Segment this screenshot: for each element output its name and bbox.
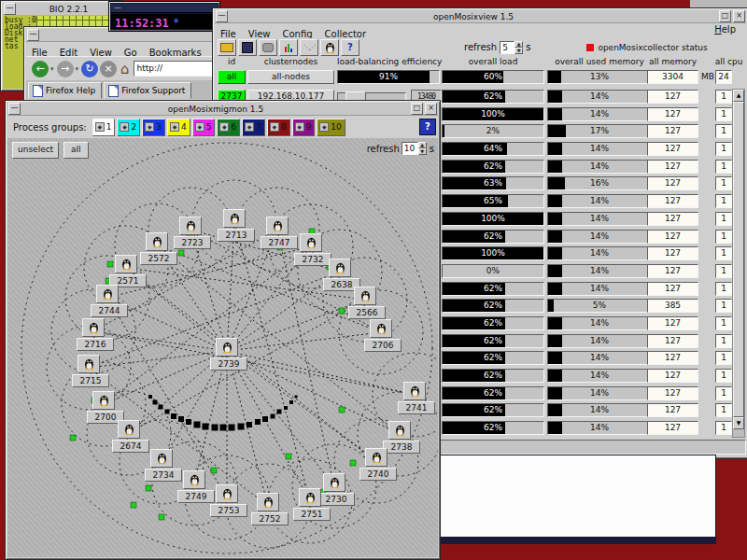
node-icon-2753[interactable] <box>216 484 238 503</box>
penguin-icon[interactable] <box>320 39 339 56</box>
process-group-button-7[interactable]: ◆7 <box>242 119 265 136</box>
node-icon-2572[interactable] <box>146 232 168 251</box>
menu-item-bookmarks[interactable]: Bookmarks <box>144 47 208 56</box>
scroll-thumb[interactable] <box>733 102 744 417</box>
save-icon[interactable] <box>238 39 257 56</box>
whatsthis-icon[interactable]: ? <box>419 119 436 135</box>
node-icon-2738[interactable] <box>388 421 411 440</box>
stop-icon[interactable]: × <box>100 61 117 77</box>
bio-titlebar[interactable]: — BIO 2.2.1 <box>3 3 120 16</box>
node-icon-2740[interactable] <box>365 448 388 467</box>
group-color-icon: ◆ <box>195 122 204 132</box>
menu-item-help[interactable]: Help <box>709 23 742 35</box>
open-folder-icon[interactable] <box>218 39 236 56</box>
node-icon-2638[interactable] <box>329 259 351 277</box>
menu-item-view[interactable]: View <box>84 47 119 56</box>
select-all-button[interactable]: all <box>63 142 89 159</box>
window-menu-icon[interactable]: — <box>8 103 21 115</box>
vertical-scrollbar[interactable]: ▲ ▼ <box>732 89 745 438</box>
node-icon-2723[interactable] <box>179 217 202 235</box>
tab-label: Firefox Help <box>46 86 95 95</box>
reload-icon[interactable]: ↻ <box>81 61 98 77</box>
scroll-down-icon[interactable]: ▼ <box>733 417 744 429</box>
node-icon-2730[interactable] <box>323 473 345 492</box>
node-name-button[interactable]: all-nodes <box>247 70 334 84</box>
whatsthis-icon[interactable]: ? <box>341 39 359 56</box>
forward-icon[interactable]: → <box>57 61 74 77</box>
refresh-spinner[interactable]: ▲▼ <box>514 41 523 54</box>
group-color-icon: ◆ <box>219 122 229 132</box>
forward-dropdown-icon[interactable]: ▾ <box>76 65 79 73</box>
close-icon[interactable]: × <box>733 10 745 22</box>
process-group-button-6[interactable]: ◆6 <box>217 119 240 136</box>
url-input[interactable]: http:// <box>134 61 216 77</box>
window-menu-icon[interactable]: — <box>27 29 39 41</box>
node-label-2732: 2732 <box>294 253 331 266</box>
process-group-button-2[interactable]: ◆2 <box>117 119 140 136</box>
process-group-button-4[interactable]: ◆4 <box>167 119 190 136</box>
memory-mb-value: 385 <box>647 299 698 313</box>
scroll-up-icon[interactable]: ▲ <box>733 90 744 102</box>
node-icon-2715[interactable] <box>78 355 100 373</box>
node-icon-2713[interactable] <box>223 209 246 228</box>
node-icon-2706[interactable] <box>370 319 392 338</box>
node-icon-2734[interactable] <box>150 449 173 468</box>
browser-tab[interactable]: Firefox Help <box>28 82 102 99</box>
node-icon-2571[interactable] <box>115 255 137 273</box>
refresh-spinner[interactable]: ▲▼ <box>418 142 427 155</box>
cpu-count-value: 1 <box>715 90 732 104</box>
node-icon-2566[interactable] <box>354 287 376 305</box>
node-label-2753: 2753 <box>210 504 247 517</box>
process-group-button-10[interactable]: ◆10 <box>317 119 345 136</box>
process-group-button-5[interactable]: ◆5 <box>192 119 216 136</box>
maximize-icon[interactable]: □ <box>719 10 731 22</box>
center-node-icon-2739[interactable] <box>216 338 238 357</box>
memory-mb-value: 127 <box>647 282 698 296</box>
window-menu-icon[interactable]: — <box>216 10 228 22</box>
node-icon-2716[interactable] <box>82 318 105 337</box>
analyzer-chart-icon[interactable] <box>279 39 298 56</box>
migmon-dots-icon[interactable]: ⋱⋰ <box>300 39 318 56</box>
process-group-button-8[interactable]: ◆8 <box>267 119 290 136</box>
firefox-tabbar: Firefox HelpFirefox Support <box>26 80 216 99</box>
clock-titlebar[interactable]: — <box>111 4 218 13</box>
migmon-refresh: refresh 10 ▲▼ s <box>367 142 434 155</box>
node-icon-2732[interactable] <box>300 233 322 252</box>
node-icon-2674[interactable] <box>118 420 140 439</box>
load-bar: 62% <box>442 369 544 383</box>
window-menu-icon[interactable]: — <box>4 3 16 15</box>
node-icon-2741[interactable] <box>403 382 426 400</box>
node-icon-2747[interactable] <box>266 217 289 235</box>
collector-icon[interactable] <box>259 39 277 56</box>
node-icon-2751[interactable] <box>299 488 321 507</box>
node-icon-2752[interactable] <box>257 493 279 511</box>
refresh-value[interactable]: 5 <box>500 41 514 54</box>
menu-item-file[interactable]: File <box>26 47 54 56</box>
process-group-button-3[interactable]: ◆3 <box>142 119 165 136</box>
bio-title: BIO 2.2.1 <box>17 5 120 14</box>
memory-mb-value: 127 <box>647 351 698 365</box>
omv-titlebar[interactable]: — openMosixview 1.5 □ × <box>215 10 746 23</box>
unselect-button[interactable]: unselect <box>12 142 59 159</box>
process-group-button-9[interactable]: ◆9 <box>292 119 316 136</box>
home-icon[interactable]: ⌂ <box>120 61 130 77</box>
maximize-icon[interactable]: □ <box>411 103 423 115</box>
load-bar: 62% <box>442 90 544 104</box>
back-icon[interactable]: ← <box>32 61 49 77</box>
window-menu-icon[interactable]: — <box>114 5 121 12</box>
migmon-window: — openMosixmigmon 1.5 □ × Process groups… <box>5 100 441 560</box>
close-icon[interactable]: × <box>425 103 437 115</box>
menu-item-go[interactable]: Go <box>119 47 144 56</box>
node-id-button[interactable]: all <box>218 70 246 84</box>
refresh-value[interactable]: 10 <box>402 142 418 155</box>
node-label-2706: 2706 <box>364 339 402 352</box>
process-group-button-1[interactable]: ◆1 <box>92 119 116 136</box>
menu-item-edit[interactable]: Edit <box>54 47 84 56</box>
back-dropdown-icon[interactable]: ▾ <box>50 65 54 73</box>
node-icon-2749[interactable] <box>183 470 205 489</box>
refresh-label: refresh <box>367 144 400 154</box>
migmon-titlebar[interactable]: — openMosixmigmon 1.5 □ × <box>7 103 438 116</box>
browser-tab[interactable]: Firefox Support <box>104 82 191 99</box>
node-icon-2700[interactable] <box>92 391 115 410</box>
node-icon-2744[interactable] <box>96 285 119 303</box>
